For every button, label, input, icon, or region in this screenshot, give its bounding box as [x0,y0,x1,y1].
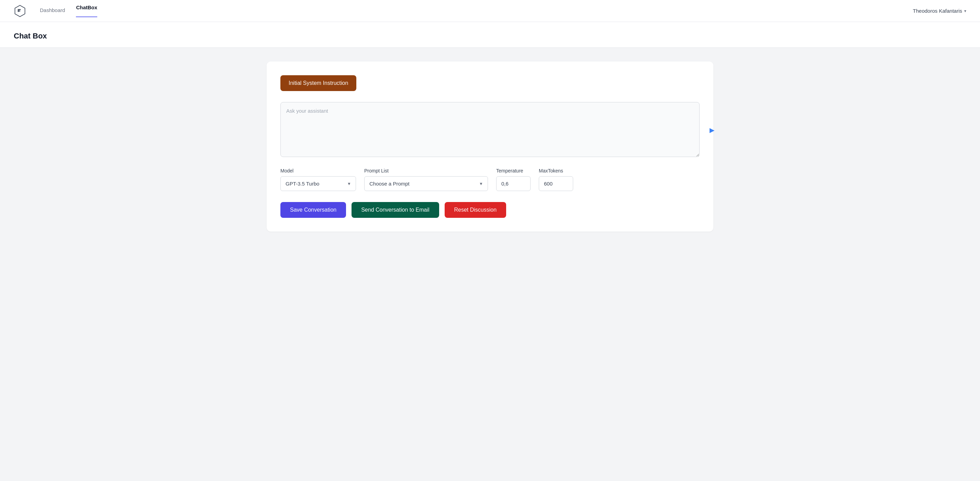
nav-dashboard[interactable]: Dashboard [40,7,65,14]
user-chevron-icon: ▾ [964,9,966,13]
action-buttons: Save Conversation Send Conversation to E… [280,202,700,218]
send-button[interactable]: ► [708,125,716,135]
prompt-list-label: Prompt List [364,168,488,173]
temperature-label: Temperature [496,168,531,173]
max-tokens-label: MaxTokens [539,168,573,173]
page-header: Chat Box [0,22,980,48]
prompt-list-group: Prompt List Choose a Prompt Prompt 1 Pro… [364,168,488,191]
model-group: Model GPT-3.5 Turbo GPT-4 GPT-4 Turbo ▼ [280,168,356,191]
user-name: Theodoros Kafantaris [913,8,962,14]
navbar: Dashboard ChatBox Theodoros Kafantaris ▾ [0,0,980,22]
page-title: Chat Box [14,32,966,41]
temperature-group: Temperature [496,168,531,191]
reset-discussion-button[interactable]: Reset Discussion [445,202,506,218]
nav-chatbox[interactable]: ChatBox [76,5,97,17]
controls-row: Model GPT-3.5 Turbo GPT-4 GPT-4 Turbo ▼ … [280,168,700,191]
save-conversation-button[interactable]: Save Conversation [280,202,346,218]
nav-links: Dashboard ChatBox [40,5,913,17]
model-label: Model [280,168,356,173]
prompt-select[interactable]: Choose a Prompt Prompt 1 Prompt 2 [364,176,488,191]
send-icon: ► [708,125,716,135]
send-email-button[interactable]: Send Conversation to Email [352,202,439,218]
textarea-wrapper: ► [280,102,700,159]
logo [14,5,26,17]
model-select-wrapper: GPT-3.5 Turbo GPT-4 GPT-4 Turbo ▼ [280,176,356,191]
model-select[interactable]: GPT-3.5 Turbo GPT-4 GPT-4 Turbo [280,176,356,191]
main-content: Initial System Instruction ► Model GPT-3… [0,48,980,481]
max-tokens-input[interactable] [539,176,573,191]
temperature-input[interactable] [496,176,531,191]
chat-input[interactable] [280,102,700,157]
max-tokens-group: MaxTokens [539,168,573,191]
user-menu[interactable]: Theodoros Kafantaris ▾ [913,8,966,14]
system-instruction-button[interactable]: Initial System Instruction [280,75,356,91]
prompt-select-wrapper: Choose a Prompt Prompt 1 Prompt 2 ▼ [364,176,488,191]
chat-card: Initial System Instruction ► Model GPT-3… [267,62,713,232]
